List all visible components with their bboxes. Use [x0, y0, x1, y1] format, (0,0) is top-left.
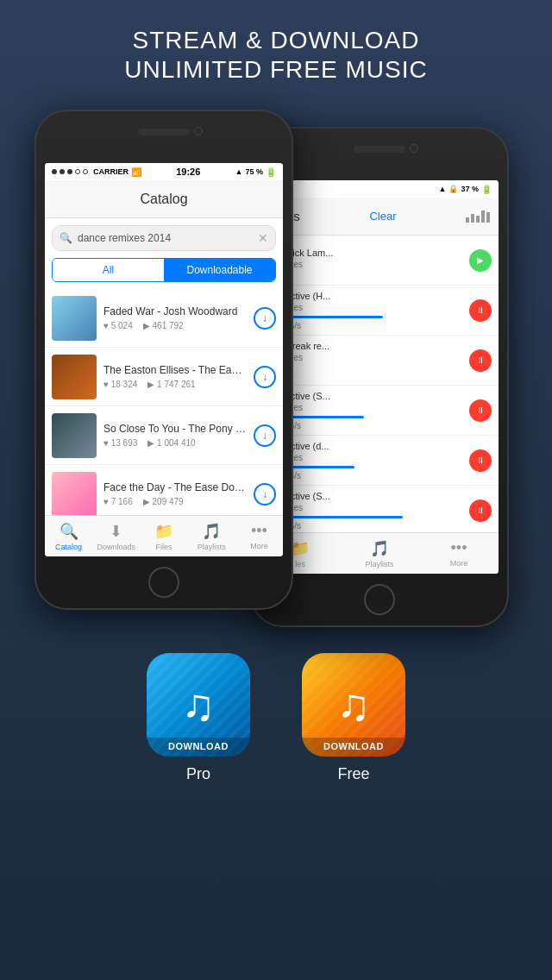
phone-screen-right: 59 ▲ 🔒 37 % 🔋 loads Clear — [260, 180, 499, 574]
song-plays-3: ▶ 209 479 — [143, 497, 184, 506]
battery-icon-right: 🔋 — [481, 185, 492, 194]
dl-title-0: Kendrick Lam... — [267, 248, 461, 258]
search-icon: 🔍 — [60, 232, 72, 244]
phone-home-right[interactable] — [364, 584, 395, 615]
tab-right-1[interactable]: 🎵 Playlists — [340, 539, 419, 569]
tab-label-left-0: Catalog — [55, 543, 82, 551]
song-thumb-0 — [52, 296, 97, 341]
dl-title-3: adioactive (S... — [267, 391, 461, 401]
app-icons-section: ♫ DOWNLOAD Pro ♫ DOWNLOAD Free — [0, 653, 552, 783]
pause-btn-5[interactable]: ⏸ — [469, 499, 492, 522]
status-right-right: ▲ 🔒 37 % 🔋 — [439, 185, 492, 194]
dl-item-2: t Jailbreak re... der: Files 0 kB/s ⏸ — [260, 336, 499, 386]
signal4 — [75, 169, 80, 174]
nav-bar-catalog: Catalog — [45, 180, 283, 218]
song-thumb-2 — [52, 413, 97, 458]
tab-left-more[interactable]: ••• More — [235, 522, 283, 550]
download-btn-3[interactable]: ↓ — [254, 483, 276, 506]
song-likes-2: ♥ 13 693 — [104, 438, 137, 448]
dl-sub-5: der: Files — [267, 503, 461, 512]
download-btn-2[interactable]: ↓ — [254, 424, 276, 447]
dl-sub-2: der: Files — [267, 353, 461, 362]
lock-icon-right: 🔒 — [448, 185, 458, 193]
tab-left-catalog[interactable]: 🔍 Catalog — [45, 522, 92, 551]
song-item-1[interactable]: The Easton Ellises - The Easto... ♥ 18 3… — [45, 348, 283, 406]
song-info-0: Faded War - Josh Woodward ♥ 5 024 ▶ 461 … — [104, 305, 247, 330]
dl-item-1: adioactive (H... der: Files 825 kB/s ⏸ — [260, 286, 499, 336]
dl-item-3: adioactive (S... der: Files 454 kB/s ⏸ — [260, 386, 499, 436]
tab-left-playlists[interactable]: 🎵 Playlists — [188, 522, 235, 551]
song-plays-1: ▶ 1 747 261 — [147, 380, 195, 389]
segment-all-label: All — [103, 264, 114, 276]
song-item-2[interactable]: So Close To You - The Pony Pi... ♥ 13 69… — [45, 406, 283, 465]
header-line2: UNLIMITED FREE MUSIC — [0, 55, 552, 85]
app-icon-free[interactable]: ♫ DOWNLOAD — [302, 653, 405, 757]
battery-icon: 🔋 — [266, 167, 276, 177]
app-type-free: Free — [337, 765, 369, 783]
status-bar-left: CARRIER 📶 19:26 ▲ 75 % 🔋 — [45, 163, 283, 180]
location-icon: ▲ — [235, 167, 243, 176]
segment-downloadable[interactable]: Downloadable — [164, 259, 275, 281]
search-bar[interactable]: 🔍 dance remixes 2014 ✕ — [52, 225, 276, 251]
tab-left-downloads[interactable]: ⬇ Downloads — [92, 522, 140, 551]
pause-btn-2[interactable]: ⏸ — [469, 349, 492, 372]
tab-icon-left-4: ••• — [251, 522, 267, 540]
song-thumb-3 — [52, 472, 97, 517]
app-pro-wrap: ♫ DOWNLOAD Pro — [147, 653, 250, 783]
time-display: 19:26 — [176, 166, 200, 177]
phone-left: CARRIER 📶 19:26 ▲ 75 % 🔋 Catalog 🔍 dance… — [34, 110, 293, 610]
pause-btn-4[interactable]: ⏸ — [469, 449, 492, 472]
song-title-3: Face the Day - The Ease Down — [104, 481, 247, 493]
song-item-0[interactable]: Faded War - Josh Woodward ♥ 5 024 ▶ 461 … — [45, 289, 283, 348]
search-clear-icon[interactable]: ✕ — [258, 231, 268, 245]
phone-home-left[interactable] — [148, 567, 179, 598]
signal5 — [83, 169, 88, 174]
header: STREAM & DOWNLOAD UNLIMITED FREE MUSIC — [0, 0, 552, 84]
play-btn-0[interactable]: ▶ — [469, 249, 492, 272]
catalog-title: Catalog — [140, 192, 187, 207]
signal3 — [67, 169, 72, 174]
tab-left-files[interactable]: 📁 Files — [140, 522, 187, 551]
app-icon-pro[interactable]: ♫ DOWNLOAD — [147, 653, 250, 757]
tab-label-right-2: More — [450, 559, 468, 568]
download-btn-1[interactable]: ↓ — [254, 366, 276, 388]
tab-icon-right-1: 🎵 — [370, 539, 389, 558]
song-thumb-1 — [52, 355, 97, 399]
song-plays-0: ▶ 461 792 — [143, 321, 184, 330]
tab-label-right-1: Playlists — [365, 560, 393, 569]
signal1 — [52, 169, 57, 174]
dl-speed-2: 0 kB/s — [267, 371, 461, 380]
dl-speed-3: 454 kB/s — [267, 421, 461, 430]
header-line1: STREAM & DOWNLOAD — [0, 26, 552, 55]
dl-title-5: adioactive (S... — [267, 491, 461, 501]
dl-sub-1: der: Files — [267, 303, 461, 312]
segment-all[interactable]: All — [53, 259, 164, 281]
dl-item-5: adioactive (S... der: Files 460 kB/s ⏸ — [260, 486, 499, 536]
download-btn-0[interactable]: ↓ — [254, 307, 276, 330]
status-right: ▲ 75 % 🔋 — [235, 167, 276, 177]
dl-speed-5: 460 kB/s — [267, 521, 461, 531]
downloads-clear-btn[interactable]: Clear — [369, 210, 396, 223]
wifi-icon: 📶 — [131, 167, 141, 177]
song-meta-0: ♥ 5 024 ▶ 461 792 — [104, 321, 247, 330]
song-title-1: The Easton Ellises - The Easto... — [104, 364, 247, 376]
tab-icon-right-2: ••• — [451, 539, 467, 557]
dl-item-0: Kendrick Lam... der: Files ▶ — [260, 236, 499, 286]
song-meta-3: ♥ 7 166 ▶ 209 479 — [104, 497, 247, 506]
dl-speed-4: 431 kB/s — [267, 471, 461, 481]
tab-icon-right-0: 📁 — [291, 539, 310, 558]
tab-right-2[interactable]: ••• More — [419, 539, 499, 568]
tab-label-left-3: Playlists — [198, 543, 226, 551]
phone-screen-left: CARRIER 📶 19:26 ▲ 75 % 🔋 Catalog 🔍 dance… — [45, 163, 283, 556]
phone-speaker-left — [138, 129, 190, 135]
phone-camera-left — [194, 127, 203, 135]
downloads-header: loads Clear — [260, 198, 499, 236]
pause-btn-3[interactable]: ⏸ — [469, 399, 492, 422]
phone-camera-right — [410, 144, 418, 153]
pause-btn-1[interactable]: ⏸ — [469, 299, 492, 322]
music-note-free: ♫ — [337, 679, 371, 731]
song-likes-3: ♥ 7 166 — [104, 497, 133, 506]
music-note-pro: ♫ — [182, 679, 216, 731]
tab-icon-left-1: ⬇ — [110, 522, 122, 541]
battery-right: 37 % — [461, 185, 479, 193]
